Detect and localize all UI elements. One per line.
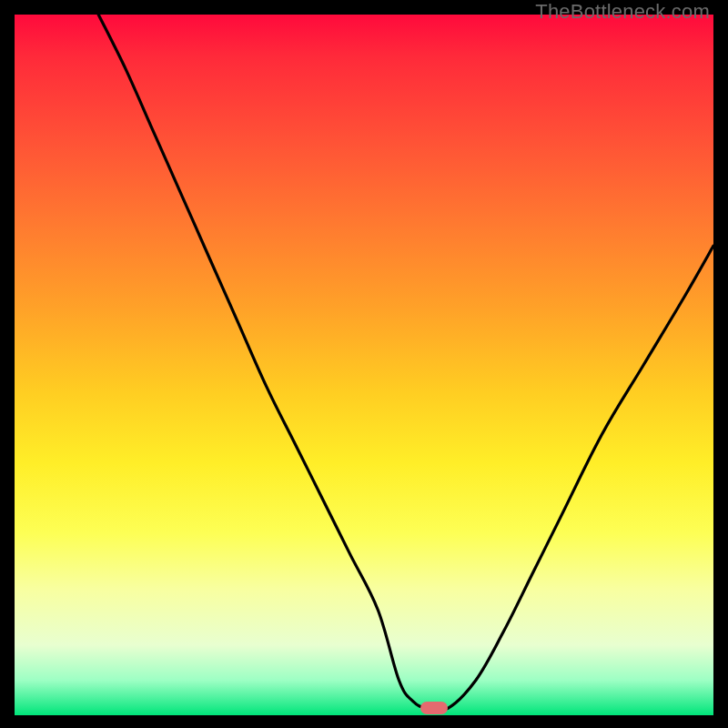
attribution-text: TheBottleneck.com (535, 0, 710, 24)
curve-path (98, 15, 713, 711)
bottleneck-curve (15, 15, 713, 715)
optimal-point-marker (420, 702, 448, 714)
chart-frame: TheBottleneck.com (0, 0, 728, 728)
plot-area (15, 15, 713, 715)
